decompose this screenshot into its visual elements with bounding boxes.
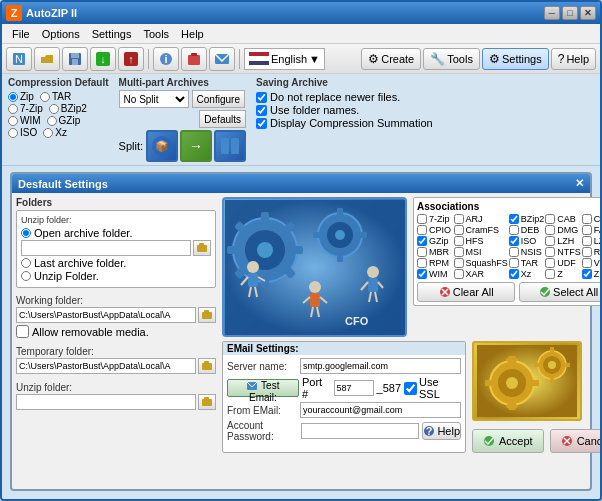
saving-title: Saving Archive — [256, 77, 433, 88]
close-button[interactable]: ✕ — [580, 6, 596, 20]
help-button[interactable]: ? Help — [551, 48, 596, 70]
assoc-xar[interactable]: XAR — [454, 269, 508, 279]
maximize-button[interactable]: □ — [562, 6, 578, 20]
language-selector[interactable]: English ▼ — [244, 48, 325, 70]
menu-settings[interactable]: Settings — [86, 26, 138, 42]
compression-row-4: ISO Xz — [8, 127, 109, 138]
assoc-z[interactable]: Z — [545, 269, 581, 279]
svg-rect-79 — [485, 380, 494, 386]
compression-xz[interactable]: Xz — [43, 127, 67, 138]
open-archive-option[interactable]: Open archive folder. — [21, 227, 211, 239]
unzip-folder-option[interactable]: Unzip Folder. — [21, 270, 211, 282]
assoc-iso[interactable]: ISO — [509, 236, 545, 246]
assoc-zip[interactable]: ZIP — [582, 269, 600, 279]
saving-no-replace[interactable]: Do not replace newer files. — [256, 91, 433, 103]
server-input[interactable]: smtp.googlemail.com — [300, 358, 461, 374]
temp-browse-button[interactable] — [198, 358, 216, 374]
configure-button[interactable]: Configure — [192, 90, 245, 108]
saving-use-folders[interactable]: Use folder names. — [256, 104, 433, 116]
menu-help[interactable]: Help — [175, 26, 210, 42]
assoc-gzip[interactable]: GZip — [417, 236, 453, 246]
assoc-arj[interactable]: ARJ — [454, 214, 508, 224]
create-button[interactable]: ⚙ Create — [361, 48, 421, 70]
assoc-cpio[interactable]: CPIO — [417, 225, 453, 235]
temp-input[interactable]: C:\Users\PastorBust\AppData\Local\A — [16, 358, 196, 374]
compress-button[interactable]: ↑ — [118, 47, 144, 71]
compression-zip[interactable]: Zip — [8, 91, 34, 102]
working-input[interactable]: C:\Users\PastorBust\AppData\Local\A — [16, 307, 196, 323]
new-button[interactable]: N — [6, 47, 32, 71]
delete-button[interactable] — [181, 47, 207, 71]
unzip-input[interactable] — [16, 394, 196, 410]
assoc-tar[interactable]: TAR — [509, 258, 545, 268]
assoc-nsis[interactable]: NSIS — [509, 247, 545, 257]
ssl-checkbox[interactable]: Use SSL — [404, 376, 461, 400]
defaults-button[interactable]: Defaults — [199, 110, 246, 128]
menu-options[interactable]: Options — [36, 26, 86, 42]
assoc-deb[interactable]: DEB — [509, 225, 545, 235]
assoc-wim[interactable]: WIM — [417, 269, 453, 279]
assoc-dmg[interactable]: DMG — [545, 225, 581, 235]
svg-point-59 — [367, 266, 379, 278]
assoc-mbr[interactable]: MBR — [417, 247, 453, 257]
assoc-xz[interactable]: Xz — [509, 269, 545, 279]
clear-all-button[interactable]: Clear All — [417, 282, 515, 302]
tools-button[interactable]: 🔧 Tools — [423, 48, 480, 70]
assoc-7zip[interactable]: 7-Zip — [417, 214, 453, 224]
cancel-button[interactable]: Cancel — [550, 429, 600, 453]
last-archive-option[interactable]: Last archive folder. — [21, 257, 211, 269]
port-input[interactable]: 587 — [334, 380, 374, 396]
allow-removable-option[interactable]: Allow removable media. — [16, 325, 216, 338]
assoc-cramfs[interactable]: CramFS — [454, 225, 508, 235]
assoc-bzip2[interactable]: BZip2 — [509, 214, 545, 224]
save-button[interactable] — [62, 47, 88, 71]
panel-left: Folders Unzip folder: Open archive folde… — [16, 197, 216, 453]
compression-tar[interactable]: TAR — [40, 91, 71, 102]
assoc-rar[interactable]: RAR — [582, 247, 600, 257]
select-all-label: Select All — [553, 286, 598, 298]
open-archive-input[interactable] — [21, 240, 191, 256]
minimize-button[interactable]: ─ — [544, 6, 560, 20]
assoc-lzh[interactable]: LZH — [545, 236, 581, 246]
open-button[interactable] — [34, 47, 60, 71]
assoc-vhd[interactable]: VHD — [582, 258, 600, 268]
clear-all-label: Clear All — [453, 286, 494, 298]
from-input[interactable]: youraccount@gmail.com — [300, 402, 461, 418]
panel-close-button[interactable]: ✕ — [575, 177, 584, 190]
saving-display-summation[interactable]: Display Compression Summation — [256, 117, 433, 129]
assoc-chm[interactable]: CHM — [582, 214, 600, 224]
info-button[interactable]: i — [153, 47, 179, 71]
assoc-squashfs[interactable]: SquashFS — [454, 258, 508, 268]
assoc-rpm[interactable]: RPM — [417, 258, 453, 268]
assoc-fat[interactable]: FAT — [582, 225, 600, 235]
split-select[interactable]: No Split — [119, 90, 189, 108]
select-all-button[interactable]: Select All — [519, 282, 600, 302]
extract-button[interactable]: ↓ — [90, 47, 116, 71]
open-archive-input-row — [21, 240, 211, 256]
svg-rect-18 — [221, 138, 229, 154]
compression-7zip[interactable]: 7-Zip — [8, 103, 43, 114]
accept-button[interactable]: Accept — [472, 429, 544, 453]
settings-button[interactable]: ⚙ Settings — [482, 48, 549, 70]
defaults-row: Defaults — [119, 110, 246, 128]
assoc-hfs[interactable]: HFS — [454, 236, 508, 246]
compression-wim[interactable]: WIM — [8, 115, 41, 126]
test-email-button[interactable]: Test Email: — [227, 379, 299, 397]
assoc-udf[interactable]: UDF — [545, 258, 581, 268]
menu-file[interactable]: File — [6, 26, 36, 42]
open-archive-browse-button[interactable] — [193, 240, 211, 256]
assoc-lzma[interactable]: LZMA — [582, 236, 600, 246]
assoc-ntfs[interactable]: NTFS — [545, 247, 581, 257]
working-browse-button[interactable] — [198, 307, 216, 323]
email-help-button[interactable]: ? Help — [422, 422, 461, 440]
compression-iso[interactable]: ISO — [8, 127, 37, 138]
compression-bzip2[interactable]: BZip2 — [49, 103, 87, 114]
assoc-msi[interactable]: MSI — [454, 247, 508, 257]
unzip-browse-button[interactable] — [198, 394, 216, 410]
split-arrow: → — [180, 130, 212, 162]
email-button[interactable] — [209, 47, 235, 71]
compression-gzip[interactable]: GZip — [47, 115, 81, 126]
menu-tools[interactable]: Tools — [137, 26, 175, 42]
password-input[interactable] — [301, 423, 419, 439]
assoc-cab[interactable]: CAB — [545, 214, 581, 224]
